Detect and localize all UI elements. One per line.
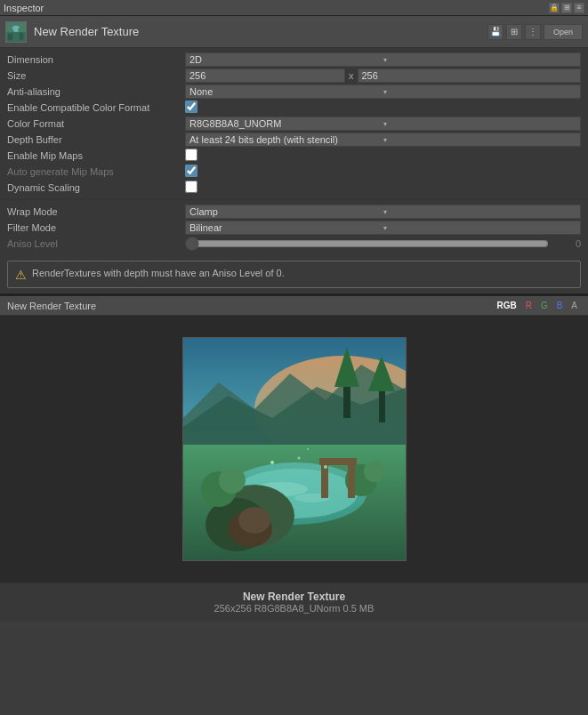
filter-mode-dropdown-value: Bilinear — [189, 222, 383, 233]
anti-aliasing-label: Anti-aliasing — [7, 86, 185, 97]
dimension-label: Dimension — [7, 54, 185, 65]
filter-mode-row: Filter Mode Bilinear ▾ — [0, 220, 588, 236]
aniso-level-slider[interactable] — [185, 237, 549, 250]
more-icon-btn[interactable]: ⋮ — [525, 24, 541, 40]
dropdown-arrow: ▾ — [383, 136, 577, 144]
dynamic-scaling-label: Dynamic Scaling — [7, 182, 185, 193]
depth-buffer-value: At least 24 bits depth (with stencil) ▾ — [185, 133, 581, 147]
filter-mode-value: Bilinear ▾ — [185, 221, 581, 235]
depth-buffer-row: Depth Buffer At least 24 bits depth (wit… — [0, 132, 588, 148]
wrap-mode-value: Clamp ▾ — [185, 205, 581, 219]
properties-container: Dimension 2D ▾ Size x Anti-aliasing No — [0, 48, 588, 255]
wrap-mode-dropdown-value: Clamp — [189, 206, 383, 217]
size-width-input[interactable] — [185, 68, 345, 83]
channel-buttons: RGB R G B A — [493, 300, 581, 311]
inspector-panel: New Render Texture 💾 ⊞ ⋮ Open Dimension … — [0, 16, 588, 294]
aniso-level-label: Aniso Level — [7, 238, 185, 249]
svg-point-32 — [297, 457, 300, 460]
texture-footer-name: New Render Texture — [7, 590, 581, 603]
enable-compatible-color-format-label: Enable Compatible Color Format — [7, 102, 185, 113]
anti-aliasing-value: None ▾ — [185, 84, 581, 99]
wrap-mode-row: Wrap Mode Clamp ▾ — [0, 204, 588, 220]
texture-header-title: New Render Texture — [7, 301, 493, 311]
depth-buffer-dropdown[interactable]: At least 24 bits depth (with stencil) ▾ — [185, 133, 581, 147]
enable-compatible-color-format-checkbox[interactable] — [185, 100, 197, 113]
svg-point-5 — [11, 28, 14, 32]
size-row: Size x — [0, 68, 588, 84]
component-header: New Render Texture 💾 ⊞ ⋮ Open — [0, 16, 588, 48]
texture-footer: New Render Texture 256x256 R8G8B8A8_UNor… — [0, 582, 588, 621]
anti-aliasing-dropdown[interactable]: None ▾ — [185, 84, 581, 99]
warning-box: ⚠ RenderTextures with depth must have an… — [7, 261, 581, 288]
save-icon-btn[interactable]: 💾 — [487, 24, 503, 40]
texture-footer-info: 256x256 R8G8B8A8_UNorm 0.5 MB — [7, 603, 581, 614]
auto-generate-mip-maps-checkbox[interactable] — [185, 165, 197, 177]
size-value-container: x — [185, 68, 581, 83]
warning-icon: ⚠ — [15, 268, 27, 282]
channel-a-button[interactable]: A — [568, 300, 581, 311]
dropdown-arrow: ▾ — [383, 88, 577, 96]
svg-rect-29 — [348, 462, 355, 498]
aniso-level-row: Aniso Level 0 — [0, 236, 588, 252]
color-format-label: Color Format — [7, 118, 185, 129]
anti-aliasing-row: Anti-aliasing None ▾ — [0, 84, 588, 100]
size-separator: x — [349, 70, 354, 81]
dropdown-arrow: ▾ — [383, 224, 577, 232]
anti-aliasing-dropdown-value: None — [189, 86, 383, 97]
open-button[interactable]: Open — [544, 24, 583, 40]
inspector-title: Inspector — [4, 3, 44, 13]
title-bar: Inspector 🔒 ⊞ ≡ — [0, 0, 588, 16]
color-format-dropdown-value: R8G8B8A8_UNORM — [189, 118, 383, 129]
dropdown-arrow: ▾ — [383, 120, 577, 128]
lock-icon[interactable]: 🔒 — [549, 3, 560, 13]
filter-mode-dropdown[interactable]: Bilinear ▾ — [185, 221, 581, 235]
svg-point-27 — [364, 461, 385, 482]
divider-1 — [0, 199, 588, 200]
color-format-dropdown[interactable]: R8G8B8A8_UNORM ▾ — [185, 116, 581, 131]
svg-point-25 — [219, 467, 246, 494]
size-label: Size — [7, 70, 185, 81]
enable-mip-maps-label: Enable Mip Maps — [7, 150, 185, 161]
dynamic-scaling-value — [185, 181, 581, 195]
svg-rect-30 — [319, 458, 357, 465]
filter-mode-label: Filter Mode — [7, 222, 185, 233]
channel-rgb-button[interactable]: RGB — [493, 300, 520, 311]
grid-icon[interactable]: ⊞ — [561, 3, 572, 13]
enable-mip-maps-checkbox[interactable] — [185, 149, 197, 161]
wrap-mode-dropdown[interactable]: Clamp ▾ — [185, 205, 581, 219]
texture-header: New Render Texture RGB R G B A — [0, 296, 588, 316]
aniso-slider-container: 0 — [185, 237, 581, 250]
channel-g-button[interactable]: G — [537, 300, 552, 311]
aniso-level-number: 0 — [554, 238, 581, 249]
channel-r-button[interactable]: R — [522, 300, 536, 311]
svg-point-33 — [324, 465, 327, 469]
channel-b-button[interactable]: B — [553, 300, 567, 311]
color-format-row: Color Format R8G8B8A8_UNORM ▾ — [0, 116, 588, 132]
color-format-value: R8G8B8A8_UNORM ▾ — [185, 116, 581, 131]
dimension-dropdown[interactable]: 2D ▾ — [185, 52, 581, 67]
svg-point-34 — [307, 448, 309, 450]
enable-mip-maps-value — [185, 149, 581, 163]
texture-canvas-area — [0, 316, 588, 582]
svg-rect-4 — [20, 32, 24, 39]
aniso-level-value: 0 — [185, 237, 581, 250]
layout-icon-btn[interactable]: ⊞ — [506, 24, 522, 40]
component-title: New Render Texture — [34, 25, 487, 38]
size-height-input[interactable] — [358, 68, 582, 83]
wrap-mode-label: Wrap Mode — [7, 206, 185, 217]
texture-icon — [5, 21, 27, 43]
depth-buffer-label: Depth Buffer — [7, 134, 185, 145]
dropdown-arrow: ▾ — [383, 208, 577, 216]
dynamic-scaling-checkbox[interactable] — [185, 181, 197, 193]
svg-point-23 — [238, 507, 270, 534]
title-bar-icons: 🔒 ⊞ ≡ — [549, 3, 584, 13]
texture-section: New Render Texture RGB R G B A — [0, 294, 588, 621]
dimension-value: 2D ▾ — [185, 52, 581, 67]
enable-compatible-color-format-value — [185, 100, 581, 115]
auto-generate-mip-maps-label: Auto generate Mip Maps — [7, 166, 185, 177]
dimension-dropdown-value: 2D — [189, 54, 383, 65]
menu-icon[interactable]: ≡ — [574, 3, 584, 13]
header-buttons: 💾 ⊞ ⋮ Open — [487, 24, 583, 40]
texture-preview — [182, 337, 407, 561]
depth-buffer-dropdown-value: At least 24 bits depth (with stencil) — [189, 134, 383, 145]
